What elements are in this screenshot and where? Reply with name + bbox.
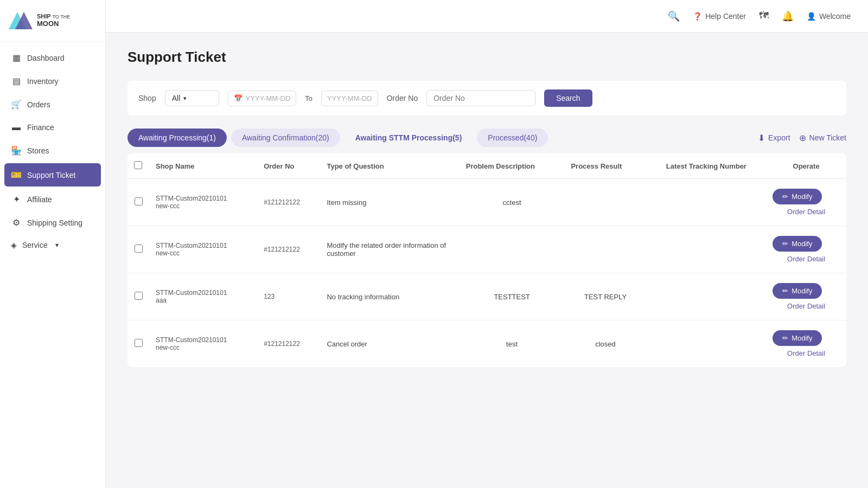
- tab-awaiting-confirmation[interactable]: Awaiting Confirmation(20): [231, 129, 340, 147]
- search-button[interactable]: Search: [544, 89, 592, 107]
- filter-row: Shop All ▾ 📅 YYYY-MM-DD To YYYY-MM-DD Or…: [127, 81, 846, 115]
- date-to-placeholder: YYYY-MM-DD: [327, 94, 372, 102]
- date-from-placeholder: YYYY-MM-DD: [246, 94, 291, 102]
- row-checkbox[interactable]: [135, 339, 143, 347]
- table-row: STTM-Custom20210101 new-ccc #121212122 I…: [127, 179, 846, 226]
- col-latest-tracking: Latest Tracking Number: [647, 153, 767, 179]
- row-type-of-question: No tracking information: [320, 273, 459, 320]
- modify-button[interactable]: ✏ Modify: [773, 236, 822, 252]
- chevron-down-icon: ▾: [183, 95, 187, 102]
- row-latest-tracking: [647, 226, 767, 273]
- col-problem-description: Problem Description: [459, 153, 565, 179]
- col-operate: Operate: [766, 153, 846, 179]
- tab-awaiting-processing[interactable]: Awaiting Processing(1): [127, 129, 227, 147]
- row-shop-name: STTM-Custom20210101 aaa: [149, 273, 257, 320]
- user-icon: 👤: [807, 12, 816, 21]
- col-process-result: Process Result: [564, 153, 646, 179]
- user-welcome[interactable]: 👤 Welcome: [807, 12, 851, 21]
- row-operate: ✏ Modify Order Detail: [766, 179, 846, 226]
- modify-button[interactable]: ✏ Modify: [773, 330, 822, 346]
- row-checkbox-cell: [127, 226, 149, 273]
- search-icon[interactable]: 🔍: [668, 10, 680, 22]
- row-process-result: TEST REPLY: [564, 273, 646, 320]
- tickets-table-container: Shop Name Order No Type of Question Prob…: [127, 153, 846, 367]
- sidebar: SHIP TO THE MOON ▦ Dashboard ▤ Inventory…: [0, 0, 106, 488]
- sidebar-label-support-ticket: Support Ticket: [27, 171, 76, 179]
- map-icon[interactable]: 🗺: [759, 10, 769, 22]
- shipping-icon: ⚙: [11, 217, 22, 228]
- dashboard-icon: ▦: [11, 53, 22, 63]
- order-detail-link[interactable]: Order Detail: [773, 255, 840, 263]
- pencil-icon: ✏: [782, 287, 788, 295]
- order-detail-link[interactable]: Order Detail: [773, 302, 840, 310]
- export-button[interactable]: ⬇ Export: [758, 133, 790, 143]
- help-center-link[interactable]: ❓ Help Center: [693, 12, 746, 21]
- select-all-checkbox[interactable]: [134, 161, 142, 169]
- sidebar-label-dashboard: Dashboard: [27, 54, 65, 62]
- new-ticket-button[interactable]: ⊕ New Ticket: [799, 133, 846, 143]
- help-icon: ❓: [693, 12, 702, 21]
- row-latest-tracking: [647, 179, 767, 226]
- row-latest-tracking: [647, 273, 767, 320]
- service-chevron-icon: ▾: [55, 241, 59, 249]
- row-checkbox[interactable]: [135, 197, 143, 206]
- stores-icon: 🏪: [11, 145, 22, 156]
- service-icon: ◈: [11, 241, 17, 249]
- tab-processed[interactable]: Processed(40): [477, 129, 548, 147]
- shop-select[interactable]: All ▾: [165, 90, 219, 106]
- tickets-table: Shop Name Order No Type of Question Prob…: [127, 153, 846, 367]
- row-problem-description: TESTTEST: [459, 273, 565, 320]
- tabs-actions: ⬇ Export ⊕ New Ticket: [758, 133, 846, 143]
- row-latest-tracking: [647, 320, 767, 368]
- row-shop-name: STTM-Custom20210101 new-ccc: [149, 226, 257, 273]
- tabs-row: Awaiting Processing(1) Awaiting Confirma…: [127, 129, 846, 147]
- sidebar-item-support-ticket[interactable]: 🎫 Support Ticket: [4, 163, 101, 187]
- inventory-icon: ▤: [11, 76, 22, 86]
- date-from-input[interactable]: 📅 YYYY-MM-DD: [228, 91, 297, 106]
- affiliate-icon: ✦: [11, 194, 22, 204]
- row-type-of-question: Cancel order: [320, 320, 459, 368]
- logo[interactable]: SHIP TO THE MOON: [0, 0, 105, 42]
- date-to-input[interactable]: YYYY-MM-DD: [321, 91, 378, 106]
- sidebar-item-orders[interactable]: 🛒 Orders: [0, 93, 105, 116]
- row-process-result: [564, 226, 646, 273]
- tab-awaiting-sttm[interactable]: Awaiting STTM Processing(5): [344, 129, 473, 147]
- sidebar-item-inventory[interactable]: ▤ Inventory: [0, 69, 105, 93]
- modify-button[interactable]: ✏ Modify: [773, 283, 822, 299]
- finance-icon: ▬: [11, 123, 22, 132]
- order-detail-link[interactable]: Order Detail: [773, 349, 840, 357]
- sidebar-item-stores[interactable]: 🏪 Stores: [0, 139, 105, 162]
- row-operate: ✏ Modify Order Detail: [766, 226, 846, 273]
- row-checkbox[interactable]: [135, 292, 143, 300]
- row-checkbox-cell: [127, 273, 149, 320]
- row-checkbox[interactable]: [135, 245, 143, 253]
- sidebar-item-finance[interactable]: ▬ Finance: [0, 116, 105, 139]
- pencil-icon: ✏: [782, 192, 788, 201]
- row-problem-description: cctest: [459, 179, 565, 226]
- sidebar-label-service: Service: [22, 241, 48, 249]
- order-no-input[interactable]: [426, 90, 535, 106]
- sidebar-nav: ▦ Dashboard ▤ Inventory 🛒 Orders ▬ Finan…: [0, 42, 105, 488]
- sidebar-label-shipping: Shipping Setting: [27, 219, 82, 227]
- row-checkbox-cell: [127, 320, 149, 368]
- sidebar-label-affiliate: Affiliate: [27, 195, 52, 204]
- bell-icon[interactable]: 🔔: [782, 10, 794, 22]
- sidebar-item-service[interactable]: ◈ Service ▾: [0, 234, 105, 256]
- sidebar-label-stores: Stores: [27, 146, 49, 155]
- support-ticket-icon: 🎫: [11, 170, 22, 180]
- sidebar-label-finance: Finance: [27, 123, 54, 132]
- sidebar-item-shipping-setting[interactable]: ⚙ Shipping Setting: [0, 211, 105, 234]
- col-order-no: Order No: [257, 153, 320, 179]
- pencil-icon: ✏: [782, 240, 788, 248]
- sidebar-item-affiliate[interactable]: ✦ Affiliate: [0, 188, 105, 211]
- sidebar-label-inventory: Inventory: [27, 77, 59, 86]
- export-icon: ⬇: [758, 133, 765, 143]
- modify-button[interactable]: ✏ Modify: [773, 189, 822, 204]
- row-type-of-question: Item missing: [320, 179, 459, 226]
- plus-icon: ⊕: [799, 133, 806, 143]
- header: 🔍 ❓ Help Center 🗺 🔔 👤 Welcome: [106, 0, 868, 33]
- row-shop-name: STTM-Custom20210101 new-ccc: [149, 320, 257, 368]
- order-detail-link[interactable]: Order Detail: [773, 208, 840, 216]
- row-order-no: #121212122: [257, 320, 320, 368]
- sidebar-item-dashboard[interactable]: ▦ Dashboard: [0, 46, 105, 69]
